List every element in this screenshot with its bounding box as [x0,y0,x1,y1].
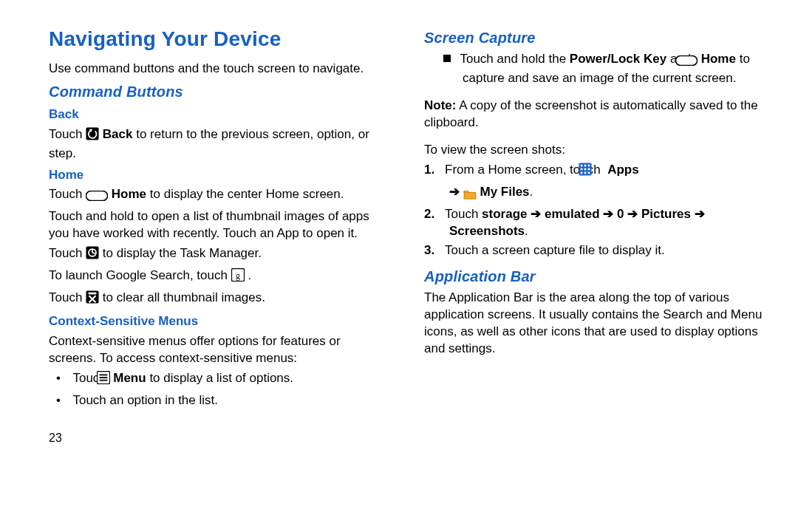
label-menu: Menu [113,371,146,385]
view-intro: To view the screen shots: [424,142,765,159]
text: Touch and hold the [460,52,569,66]
right-column: Screen Capture Touch and hold the Power/… [424,25,765,446]
step-3: 3.Touch a screen capture file to display… [424,242,765,259]
google-search-icon: g [231,268,245,287]
label-note: Note: [424,98,456,112]
svg-rect-20 [588,171,590,174]
back-desc: Touch Back to return to the previous scr… [49,126,390,163]
step-2: 2.Touch storage ➔ emulated ➔ 0 ➔ Picture… [424,206,765,240]
subhead-context-menus: Context-Sensitive Menus [49,313,390,330]
svg-rect-13 [584,164,587,166]
note-line: Note: A copy of the screenshot is automa… [424,98,765,132]
ctx-desc: Context-sensitive menus offer options fo… [49,333,390,367]
home-line2: Touch and hold to open a list of thumbna… [49,208,390,242]
section-screen-capture: Screen Capture [424,28,765,48]
svg-rect-18 [581,171,583,174]
text: Touch [49,246,86,260]
svg-rect-1 [86,191,108,201]
home-line3: Touch to display the Task Manager. [49,245,390,265]
sc-instruction: Touch and hold the Power/Lock Key and Ho… [424,51,765,87]
home-button-icon [86,188,108,205]
text: . [248,268,251,282]
section-command-buttons: Command Buttons [49,82,390,102]
square-bullet-icon [443,51,457,68]
home-button-icon [695,53,698,70]
folder-icon [463,186,477,203]
svg-rect-16 [584,168,587,170]
home-line5: Touch to clear all thumbnail images. [49,290,390,309]
subhead-back: Back [49,106,390,123]
svg-rect-19 [584,171,587,174]
home-line1: Touch Home to display the center Home sc… [49,186,390,205]
label-powerlock: Power/Lock Key [570,52,666,66]
text: . [525,224,528,238]
ctx-bullet-1: • Touch Menu to display a list of option… [49,370,390,389]
home-line4: To launch Google Search, touch g . [49,267,390,287]
text: Touch an option in the list. [72,393,218,407]
section-application-bar: Application Bar [424,267,765,287]
svg-rect-7 [89,293,97,295]
svg-rect-14 [588,164,590,166]
arrow-icon: ➔ [449,185,463,199]
svg-rect-9 [443,55,451,62]
label-back: Back [103,127,133,141]
text: Touch a screen capture file to display i… [445,243,665,257]
svg-text:g: g [236,271,240,281]
left-column: Navigating Your Device Use command butto… [49,25,390,446]
text: to display a list of options. [149,371,293,385]
note-text: A copy of the screenshot is automaticall… [424,98,758,129]
step-number: 2. [424,206,445,223]
label-apps: Apps [607,163,639,177]
task-manager-icon [86,246,99,265]
text: Touch [445,207,482,221]
page-title: Navigating Your Device [49,25,390,53]
subhead-home: Home [49,167,390,184]
text: to clear all thumbnail images. [103,290,265,304]
path-storage: storage ➔ emulated ➔ 0 ➔ Pictures ➔ Scre… [449,207,705,238]
page-number: 23 [49,430,390,446]
bullet-icon: • [56,392,69,409]
text: Touch [49,187,86,201]
svg-rect-15 [581,168,583,170]
ctx-bullet-2: • Touch an option in the list. [49,392,390,409]
label-myfiles: My Files [480,185,529,199]
bullet-icon: • [56,370,69,387]
step-1-cont: ➔ My Files. [424,184,765,203]
clear-all-icon [86,290,99,309]
step-number: 3. [424,242,445,259]
text: Touch [49,290,86,304]
intro-text: Use command buttons and the touch screen… [49,61,390,78]
label-home: Home [112,187,146,201]
text: to display the Task Manager. [103,246,262,260]
svg-rect-12 [581,164,583,166]
back-icon [86,127,99,146]
text: Touch [49,127,86,141]
svg-rect-10 [675,56,697,66]
svg-rect-17 [588,168,590,170]
text: . [530,185,533,199]
text: To launch Google Search, touch [49,268,231,282]
step-1: 1.From a Home screen, touch Apps [424,162,765,181]
label-home: Home [701,52,736,66]
appbar-desc: The Application Bar is the area along th… [424,290,765,358]
step-number: 1. [424,162,445,179]
text: to display the center Home screen. [150,187,344,201]
manual-page: Navigating Your Device Use command butto… [0,0,798,460]
